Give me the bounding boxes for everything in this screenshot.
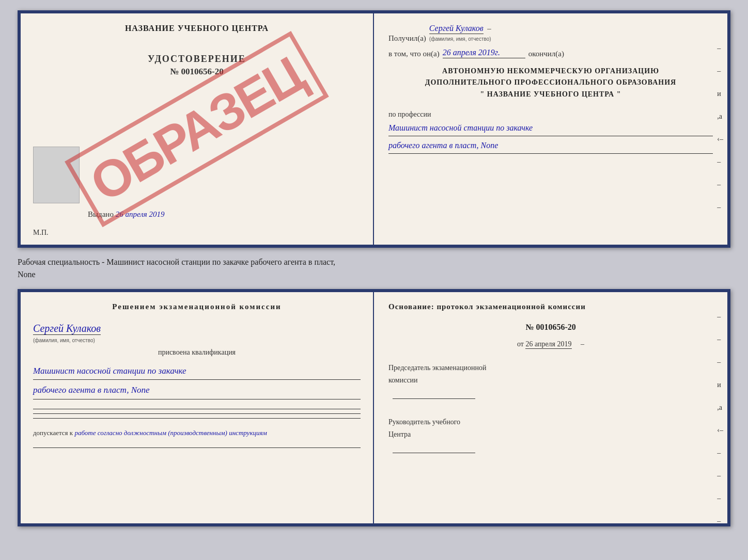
protocol-date-prefix: от	[517, 340, 524, 348]
ruk-label: Руководитель учебного Центра	[388, 416, 713, 441]
ruk-sig-line	[393, 453, 475, 453]
vtom-line: в том, что он(а) 26 апреля 2019г. окончи…	[388, 48, 713, 58]
org-line2: ДОПОЛНИТЕЛЬНОГО ПРОФЕССИОНАЛЬНОГО ОБРАЗО…	[388, 77, 713, 88]
ruk-block: Руководитель учебного Центра	[388, 416, 713, 457]
po-professii: по профессии	[388, 110, 431, 118]
vtom-label: в том, что он(а)	[388, 50, 440, 58]
top-document: НАЗВАНИЕ УЧЕБНОГО ЦЕНТРА ОБРАЗЕЦ УДОСТОВ…	[18, 10, 730, 248]
sep4	[33, 447, 361, 448]
bottom-fio-sub: (фамилия, имя, отчество)	[33, 338, 95, 343]
protocol-date-value: 26 апреля 2019	[525, 340, 571, 349]
profession-block: по профессии Машинист насосной станции п…	[388, 110, 713, 154]
profession1: Машинист насосной станции по закачке	[388, 121, 713, 136]
bottom-right-panel: Основание: протокол экзаменационной коми…	[374, 292, 727, 523]
mp-text: М.П.	[33, 229, 49, 237]
divider-line1: Рабочая специальность - Машинист насосно…	[18, 258, 335, 266]
top-right-panel: Получил(а) Сергей Кулаков – (фамилия, им…	[374, 13, 727, 245]
bottom-name: Сергей Кулаков	[33, 323, 101, 335]
qualification-block: Машинист насосной станции по закачке раб…	[33, 361, 361, 399]
fio-sub: (фамилия, имя, отчество)	[429, 36, 491, 42]
sep1	[33, 409, 361, 409]
vydano-line: Выдано 26 апреля 2019	[88, 210, 164, 219]
bottom-document: Решением экзаменационной комиссии Сергей…	[18, 289, 730, 526]
bottom-lines	[33, 408, 361, 419]
org-block: АВТОНОМНУЮ НЕКОММЕРЧЕСКУЮ ОРГАНИЗАЦИЮ ДО…	[388, 66, 713, 100]
right-dashes: – – и ,а ‹– – – –	[717, 44, 723, 212]
sep2	[33, 413, 361, 414]
okончил-label: окончил(а)	[528, 50, 564, 58]
vtom-date: 26 апреля 2019г.	[443, 48, 525, 58]
profession2: рабочего агента в пласт, None	[388, 138, 713, 154]
udostoverenie-block: УДОСТОВЕРЕНИЕ № 0010656-20	[148, 54, 246, 77]
допускается-block: допускается к работе согласно должностны…	[33, 428, 361, 439]
received-label: Получил(а)	[388, 34, 426, 43]
top-center-title: НАЗВАНИЕ УЧЕБНОГО ЦЕНТРА	[125, 24, 269, 33]
predsed-block: Председатель экзаменационной комиссии	[388, 362, 713, 403]
bottom-left-panel: Решением экзаменационной комиссии Сергей…	[21, 292, 374, 523]
received-line: Получил(а) Сергей Кулаков – (фамилия, им…	[388, 24, 713, 43]
right-dashes-bottom: – – – и ,а ‹– – – – –	[717, 313, 723, 525]
org-quote: " НАЗВАНИЕ УЧЕБНОГО ЦЕНТРА "	[388, 89, 713, 100]
qualification1: Машинист насосной станции по закачке	[33, 363, 361, 380]
qualification2: рабочего агента в пласт, None	[33, 382, 361, 399]
osnov-title: Основание: протокол экзаменационной коми…	[388, 302, 713, 311]
decision-title: Решением экзаменационной комиссии	[33, 302, 361, 311]
top-left-panel: НАЗВАНИЕ УЧЕБНОГО ЦЕНТРА ОБРАЗЕЦ УДОСТОВ…	[21, 13, 374, 245]
udostoverenie-title: УДОСТОВЕРЕНИЕ	[148, 54, 246, 65]
sep3	[33, 418, 361, 419]
divider-text: Рабочая специальность - Машинист насосно…	[18, 254, 730, 283]
predsed-label: Председатель экзаменационной комиссии	[388, 362, 713, 387]
predsed-sig-line	[393, 398, 475, 399]
допускается-value: работе согласно должностным (производств…	[74, 429, 267, 437]
received-name: Сергей Кулаков	[429, 24, 484, 34]
bottom-name-block: Сергей Кулаков (фамилия, имя, отчество)	[33, 319, 361, 344]
protocol-date: от 26 апреля 2019 –	[388, 340, 713, 348]
assigned-text: присвоена квалификация	[33, 348, 361, 357]
photo-placeholder	[33, 147, 80, 203]
divider-line2: None	[18, 270, 36, 279]
vydano-date: 26 апреля 2019	[116, 210, 165, 218]
vydano-label: Выдано	[88, 210, 114, 218]
допускается-label: допускается к	[33, 429, 73, 437]
protocol-number: № 0010656-20	[388, 323, 713, 332]
udostoverenie-number: № 0010656-20	[148, 67, 246, 77]
org-line1: АВТОНОМНУЮ НЕКОММЕРЧЕСКУЮ ОРГАНИЗАЦИЮ	[388, 66, 713, 77]
